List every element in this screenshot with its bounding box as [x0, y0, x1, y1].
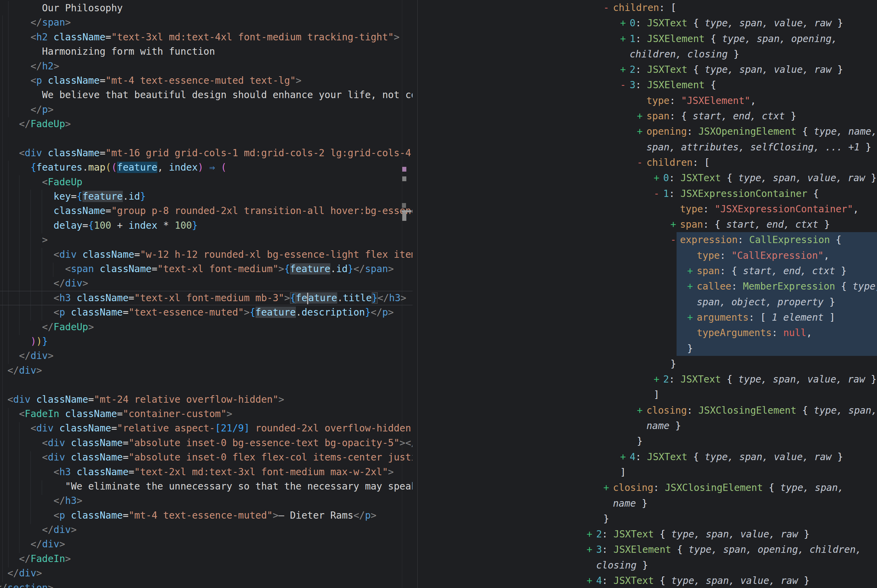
- expand-node-icon[interactable]: +: [687, 279, 697, 294]
- ast-node-row[interactable]: +opening: JSXOpeningElement { type, name…: [417, 124, 877, 139]
- code-line[interactable]: <div className="relative aspect-[21/9] r…: [0, 421, 413, 435]
- expand-node-icon[interactable]: +: [587, 573, 596, 588]
- ast-detail-row[interactable]: }: [417, 341, 877, 356]
- ast-detail-row[interactable]: type: "JSXExpressionContainer",: [417, 201, 877, 217]
- code-line[interactable]: <div className="mt-24 relative overflow-…: [0, 393, 413, 407]
- collapse-node-icon[interactable]: -: [670, 232, 680, 248]
- code-line[interactable]: <span className="text-xl font-medium">{f…: [0, 262, 413, 276]
- ast-detail-row[interactable]: name }: [417, 496, 877, 511]
- code-line[interactable]: </FadeUp>: [0, 117, 413, 131]
- ast-node-row[interactable]: +arguments: [ 1 element ]: [417, 310, 877, 325]
- ast-node-row[interactable]: +callee: MemberExpression { type,: [417, 279, 877, 294]
- ast-node-row[interactable]: -1: JSXExpressionContainer {: [417, 186, 877, 201]
- code-line[interactable]: </p>: [0, 102, 413, 117]
- code-line[interactable]: </section>: [0, 581, 413, 588]
- code-line[interactable]: </h2>: [0, 59, 413, 74]
- code-line[interactable]: <h3 className="text-2xl md:text-3xl font…: [0, 465, 413, 479]
- ast-detail-row[interactable]: ]: [417, 387, 877, 402]
- code-line[interactable]: <h2 className="text-3xl md:text-4xl font…: [0, 30, 413, 45]
- ast-detail-row[interactable]: name }: [417, 418, 877, 434]
- code-line[interactable]: {features.map((feature, index) ⇒ (: [0, 160, 413, 175]
- ast-tree-panel[interactable]: -children: [+0: JSXText { type, span, va…: [417, 0, 877, 588]
- ast-node-row[interactable]: +3: JSXElement { type, span, opening, ch…: [417, 542, 877, 557]
- expand-node-icon[interactable]: +: [587, 542, 596, 557]
- ast-node-row[interactable]: +span: { start, end, ctxt }: [417, 108, 877, 124]
- code-line[interactable]: <div className="w-12 h-12 rounded-xl bg-…: [0, 248, 413, 262]
- code-line[interactable]: >: [0, 233, 413, 247]
- expand-node-icon[interactable]: +: [620, 31, 630, 46]
- ast-detail-row[interactable]: typeArguments: null,: [417, 325, 877, 340]
- collapse-node-icon[interactable]: -: [604, 0, 613, 15]
- code-line[interactable]: </div>: [0, 276, 413, 291]
- ast-detail-row[interactable]: ]: [417, 465, 877, 480]
- ast-node-row[interactable]: +2: JSXText { type, span, value, raw }: [417, 372, 877, 387]
- expand-node-icon[interactable]: +: [637, 124, 646, 139]
- ast-detail-row[interactable]: }: [417, 511, 877, 526]
- code-line[interactable]: <div className="absolute inset-0 flex fl…: [0, 450, 413, 465]
- code-line[interactable]: key={feature.id}: [0, 189, 413, 204]
- code-line[interactable]: <FadeUp: [0, 175, 413, 189]
- expand-node-icon[interactable]: +: [687, 263, 697, 279]
- code-viewport[interactable]: Our Philosophy </span> <h2 className="te…: [0, 0, 413, 588]
- code-line-current[interactable]: <h3 className="text-xl font-medium mb-3"…: [0, 291, 413, 305]
- ast-node-row[interactable]: -children: [: [417, 0, 877, 15]
- code-line[interactable]: className="group p-8 rounded-2xl transit…: [0, 204, 413, 218]
- ast-node-row[interactable]: -expression: CallExpression {: [417, 232, 877, 248]
- code-line[interactable]: delay={100 + index * 100}: [0, 219, 413, 233]
- ast-node-row[interactable]: +0: JSXText { type, span, value, raw }: [417, 170, 877, 186]
- code-line[interactable]: "We eliminate the unnecessary so that th…: [0, 479, 413, 494]
- code-line[interactable]: <p className="text-essence-muted">{featu…: [0, 305, 413, 320]
- ast-node-row[interactable]: +span: { start, end, ctxt }: [417, 263, 877, 279]
- expand-node-icon[interactable]: +: [670, 217, 680, 232]
- code-line[interactable]: <div className="absolute inset-0 bg-esse…: [0, 436, 413, 450]
- code-line[interactable]: </div>: [0, 523, 413, 537]
- ast-detail-row[interactable]: }: [417, 434, 877, 449]
- ast-node-row[interactable]: -children: [: [417, 155, 877, 170]
- code-line[interactable]: <p className="mt-4 text-essence-muted te…: [0, 74, 413, 88]
- ast-node-row[interactable]: +4: JSXText { type, span, value, raw }: [417, 573, 877, 588]
- code-line[interactable]: <div className="mt-16 grid grid-cols-1 m…: [0, 146, 413, 160]
- code-line[interactable]: </div>: [0, 537, 413, 551]
- expand-node-icon[interactable]: +: [620, 15, 630, 31]
- ast-detail-row[interactable]: span, object, property }: [417, 294, 877, 310]
- expand-node-icon[interactable]: +: [654, 372, 663, 387]
- ast-detail-row[interactable]: children, closing }: [417, 46, 877, 62]
- code-line[interactable]: We believe that beautiful design should …: [0, 88, 413, 102]
- ast-detail-row[interactable]: type: "CallExpression",: [417, 248, 877, 263]
- code-line[interactable]: [0, 378, 413, 392]
- ast-node-row[interactable]: +closing: JSXClosingElement { type, span…: [417, 403, 877, 418]
- code-line[interactable]: Harmonizing form with function: [0, 45, 413, 59]
- ast-node-row[interactable]: +1: JSXElement { type, span, opening,: [417, 31, 877, 46]
- ast-node-row[interactable]: -3: JSXElement {: [417, 77, 877, 93]
- code-line[interactable]: </div>: [0, 566, 413, 580]
- expand-node-icon[interactable]: +: [637, 403, 646, 418]
- ast-node-row[interactable]: +2: JSXText { type, span, value, raw }: [417, 62, 877, 77]
- code-line[interactable]: [0, 132, 413, 146]
- code-line[interactable]: </div>: [0, 349, 413, 363]
- expand-node-icon[interactable]: +: [654, 170, 663, 186]
- ast-detail-row[interactable]: closing }: [417, 558, 877, 573]
- ast-node-row[interactable]: +2: JSXText { type, span, value, raw }: [417, 526, 877, 542]
- code-line[interactable]: </h3>: [0, 494, 413, 508]
- code-editor-pane[interactable]: Our Philosophy </span> <h2 className="te…: [0, 0, 417, 588]
- ast-detail-row[interactable]: span, attributes, selfClosing, ... +1 }: [417, 140, 877, 155]
- scrollbar-thumb-body[interactable]: [402, 212, 406, 221]
- code-line[interactable]: </FadeUp>: [0, 320, 413, 334]
- code-line[interactable]: <FadeIn className="container-custom">: [0, 407, 413, 421]
- ast-node-row[interactable]: +closing: JSXClosingElement { type, span…: [417, 480, 877, 495]
- expand-node-icon[interactable]: +: [637, 108, 646, 124]
- code-line[interactable]: ))}: [0, 334, 413, 349]
- ast-node-row[interactable]: +4: JSXText { type, span, value, raw }: [417, 449, 877, 465]
- collapse-node-icon[interactable]: -: [637, 155, 646, 170]
- ast-node-row[interactable]: +span: { start, end, ctxt }: [417, 217, 877, 232]
- code-line[interactable]: </div>: [0, 363, 413, 378]
- ast-detail-row[interactable]: }: [417, 356, 877, 372]
- expand-node-icon[interactable]: +: [620, 449, 630, 465]
- ast-node-row[interactable]: +0: JSXText { type, span, value, raw }: [417, 15, 877, 31]
- code-line[interactable]: </FadeIn>: [0, 552, 413, 566]
- expand-node-icon[interactable]: +: [604, 480, 613, 495]
- code-line[interactable]: </span>: [0, 15, 413, 30]
- expand-node-icon[interactable]: +: [687, 310, 697, 325]
- collapse-node-icon[interactable]: -: [654, 186, 663, 201]
- expand-node-icon[interactable]: +: [587, 526, 596, 542]
